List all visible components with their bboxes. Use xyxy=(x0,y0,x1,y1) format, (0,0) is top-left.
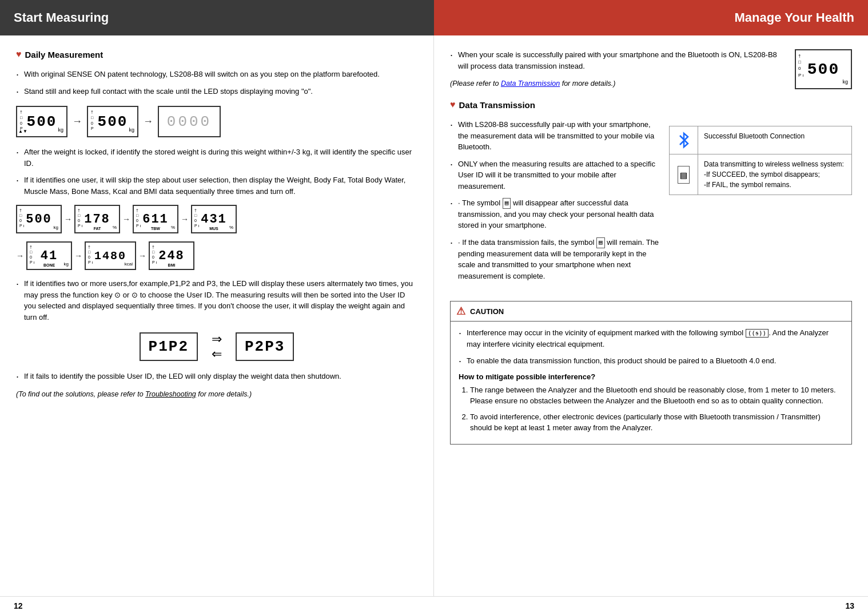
dt-text: With LS208-B8 successfully pair-up with … xyxy=(450,119,660,289)
caution-steps: The range between the Analyzer and the B… xyxy=(459,384,843,434)
lcd-unit: kg xyxy=(54,225,58,230)
page-number-left: 12 xyxy=(14,601,23,610)
header-left-title: Start Measuring xyxy=(14,10,109,25)
list-item: To avoid interference, other electronic … xyxy=(470,411,843,434)
list-item: · The symbol ▤ will disappear after succ… xyxy=(450,197,660,231)
list-item: If it identifies two or more users,for e… xyxy=(16,278,417,323)
right-title-text: Data Transmission xyxy=(459,100,535,110)
symbol-icon-box: ▤ xyxy=(678,166,690,184)
lcd-seq-1: †□0P ı 500 kg xyxy=(16,205,62,233)
lcd-label: MUS xyxy=(209,227,218,231)
symbol-icon: ▤ xyxy=(670,154,698,195)
lcd-value-1: 500 xyxy=(27,113,57,130)
data-transmission-link[interactable]: Data Transmission xyxy=(501,80,560,88)
p-display-row: P1P2 ⇒⇐ P2P3 xyxy=(16,332,417,362)
lcd-unit: % xyxy=(113,225,117,230)
lcd-val: 431 xyxy=(201,212,227,227)
arrow: → xyxy=(74,251,82,260)
lcd-value-2: 500 xyxy=(98,113,128,130)
list-item: Stand still and keep full contact with t… xyxy=(16,86,417,97)
bt-status-text-1: Successful Bluetooth Connection xyxy=(698,126,810,154)
intro-section: When your scale is successfully paired w… xyxy=(450,49,852,89)
lcd-seq-6: †□0P ı 1480 kcal xyxy=(85,241,136,270)
lcd-seq-5: †□0P ı 41 BONE kg xyxy=(26,241,72,270)
bt-status-container: Successful Bluetooth Connection ▤ Data t… xyxy=(669,119,852,289)
dt-bullets: With LS208-B8 successfully pair-up with … xyxy=(450,119,660,281)
list-item: · If the data transmission fails, the sy… xyxy=(450,237,660,281)
dt-section: With LS208-B8 successfully pair-up with … xyxy=(450,119,852,289)
right-panel: When your scale is successfully paired w… xyxy=(434,35,868,596)
bt-status-row-2: ▤ Data transmitting to wireless wellness… xyxy=(670,154,851,195)
list-item: With LS208-B8 successfully pair-up with … xyxy=(450,119,660,153)
intro-lcd: †□0P ı 500 kg xyxy=(795,49,852,89)
lcd-unit: % xyxy=(229,225,233,230)
symbol-fail: ▤ xyxy=(596,237,605,248)
bt-status-table: Successful Bluetooth Connection ▤ Data t… xyxy=(669,126,852,195)
left-bullets-3: If it identifies two or more users,for e… xyxy=(16,278,417,323)
list-item: To enable the data transmission function… xyxy=(459,355,843,367)
lcd-intro-unit: kg xyxy=(842,79,848,85)
arrow: → xyxy=(64,215,72,224)
lcd-zeros: 0000 xyxy=(167,113,212,130)
right-section-title: ♥ Data Transmission xyxy=(450,100,852,110)
arrow: → xyxy=(122,215,130,224)
arrow: → xyxy=(181,215,189,224)
lcd-arrows: ▲▼ xyxy=(18,129,27,134)
bt-status-text-2: Data transmitting to wireless wellness s… xyxy=(698,154,850,195)
p-display-left: P1P2 xyxy=(140,332,198,361)
arrow-1: → xyxy=(72,116,82,128)
how-to-title: How to mitigate possible interference? xyxy=(459,372,843,381)
lcd-display-1: † □ 0 P 500 kg ▲▼ xyxy=(16,106,67,137)
left-bullets-2: After the weight is locked, if identify … xyxy=(16,146,417,197)
lcd-ind: †□0P ı xyxy=(194,208,199,228)
list-item: The range between the Analyzer and the B… xyxy=(470,384,843,407)
lcd-label: BMI xyxy=(168,263,176,267)
caution-section: ⚠ CAUTION Interference may occur in the … xyxy=(450,301,852,445)
left-bullets-4: If it fails to identify the possible Use… xyxy=(16,371,417,382)
lcd-ind: †□0P ı xyxy=(30,244,34,265)
lcd-unit-1: kg xyxy=(58,127,63,133)
caution-title: CAUTION xyxy=(470,307,504,316)
lcd-seq-4: †□0P ı 431 MUS % xyxy=(191,205,237,233)
list-item: After the weight is locked, if identify … xyxy=(16,146,417,169)
lcd-ind: †□0P ı xyxy=(78,208,82,228)
left-bullets-1: With original SENSE ON patent technology… xyxy=(16,69,417,97)
display-row-1: † □ 0 P 500 kg ▲▼ → † □ 0 P 500 kg xyxy=(16,106,417,137)
lcd-ind: †□0P ı xyxy=(19,208,24,228)
left-note: (To find out the solutions, please refer… xyxy=(16,390,417,398)
header-right-title: Manage Your Health xyxy=(735,10,854,25)
heart-icon-2: ♥ xyxy=(450,100,456,110)
main-content: ♥ Daily Measurement With original SENSE … xyxy=(0,35,868,596)
lcd-val: 41 xyxy=(41,249,58,263)
lcd-label: FAT xyxy=(94,227,101,231)
lcd-ind: †□0P ı xyxy=(152,244,157,265)
lcd-ind: †□0P ı xyxy=(798,53,804,78)
lcd-val: 178 xyxy=(84,212,110,227)
lcd-label: BONE xyxy=(43,263,55,267)
page-numbers: 12 13 xyxy=(0,596,868,615)
lcd-intro-box: †□0P ı 500 kg xyxy=(795,49,852,89)
header-left: Start Measuring xyxy=(0,0,434,35)
heart-icon: ♥ xyxy=(16,49,22,59)
header-right: Manage Your Health xyxy=(434,0,868,35)
p-display-right: P2P3 xyxy=(236,332,294,361)
lcd-unit-2: kg xyxy=(129,127,134,133)
lcd-val: 500 xyxy=(26,212,52,227)
lcd-unit: kcal xyxy=(125,261,133,267)
header: Start Measuring Manage Your Health xyxy=(0,0,868,35)
lcd-intro-val: 500 xyxy=(807,61,839,78)
display-seq-row2: → †□0P ı 41 BONE kg → †□0P ı 1480 kcal → xyxy=(16,241,417,270)
page-number-right: 13 xyxy=(845,601,854,610)
lcd-val: 1480 xyxy=(94,249,126,263)
bt-status-row-1: Successful Bluetooth Connection xyxy=(670,126,851,154)
arrow-2: → xyxy=(143,116,153,128)
lcd-seq-2: †□0P ı 178 FAT % xyxy=(74,205,120,233)
caution-body: Interference may occur in the vicinity o… xyxy=(451,322,851,444)
troubleshooting-link[interactable]: Troubleshooting xyxy=(145,390,196,398)
lcd-ind: †□0P ı xyxy=(136,208,141,228)
lcd-display-2: † □ 0 P 500 kg xyxy=(87,106,138,137)
list-item: When your scale is successfully paired w… xyxy=(450,49,786,72)
intro-bullets: When your scale is successfully paired w… xyxy=(450,49,786,72)
caution-bullets: Interference may occur in the vicinity o… xyxy=(459,327,843,367)
arrow: → xyxy=(138,251,146,260)
